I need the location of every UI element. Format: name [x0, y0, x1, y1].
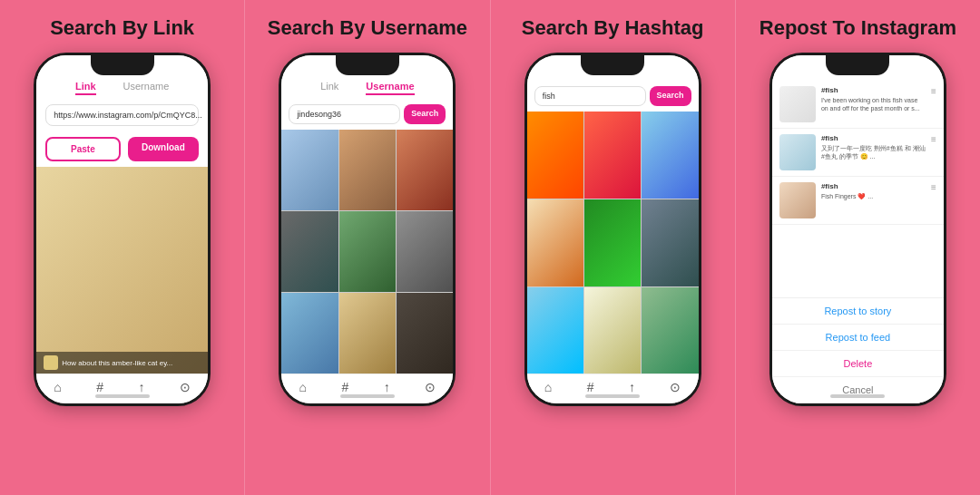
phone-bottom-bar-4 [830, 394, 885, 398]
nav-home-2[interactable]: ⌂ [299, 380, 307, 394]
panel-search-by-username: Search By Username Link Username jindeso… [244, 0, 489, 495]
phone-bottom-bar-3 [585, 394, 640, 398]
username-search-row: jindesong36 Search [281, 99, 453, 130]
repost-item-2: #fish 又到了一年一度吃 荆州#鱼糕 和 潮汕#鱼丸 的季节 😊 ... ≡ [772, 129, 944, 177]
tab-username-2[interactable]: Username [366, 81, 414, 95]
caption-avatar-1 [44, 355, 58, 370]
delete-btn[interactable]: Delete [772, 351, 944, 377]
bottom-nav-3: ⌂ # ↑ ⊙ [527, 374, 699, 403]
menu-icon-1[interactable]: ≡ [931, 86, 936, 96]
search-button-3[interactable]: Search [650, 86, 691, 106]
nav-hash-3[interactable]: # [587, 380, 594, 394]
panel-title-2: Search By Username [268, 16, 467, 40]
input-area-1: https://www.instagram.com/p/CmQYC8... [36, 99, 208, 131]
panel-search-by-hashtag: Search By Hashtag fish Search ⌂ # [490, 0, 735, 495]
nav-hash-2[interactable]: # [341, 380, 348, 394]
repost-caption-1: I've been working on this fish vase on a… [821, 96, 926, 112]
repost-username-2: #fish [821, 134, 926, 142]
repost-item-1: #fish I've been working on this fish vas… [772, 81, 944, 129]
photo-grid-3 [527, 112, 699, 374]
tab-link[interactable]: Link [75, 81, 96, 95]
cancel-btn[interactable]: Cancel [772, 377, 944, 403]
repost-caption-3: Fish Fingers ❤️ ... [821, 192, 926, 200]
hgrid-cell-3 [642, 112, 698, 199]
paste-button[interactable]: Paste [45, 137, 121, 161]
repost-header: Repost [772, 55, 944, 81]
panel-title-3: Search By Hashtag [522, 16, 704, 40]
nav-profile-2[interactable]: ⊙ [425, 380, 436, 394]
grid-cell-9 [397, 293, 453, 374]
tab-link-2[interactable]: Link [320, 81, 338, 95]
hgrid-cell-1 [527, 112, 583, 199]
hashtag-search-row: fish Search [527, 81, 699, 112]
hgrid-cell-5 [584, 199, 641, 286]
nav-home-3[interactable]: ⌂ [544, 380, 552, 394]
btn-row-1: Paste Download [36, 131, 208, 167]
panel-title-4: Repost To Instagram [760, 16, 956, 40]
panel-repost-instagram: Repost To Instagram Repost #fish I've be… [735, 0, 980, 495]
search-button-2[interactable]: Search [404, 104, 446, 124]
menu-icon-2[interactable]: ≡ [931, 134, 936, 144]
repost-to-feed-btn[interactable]: Repost to feed [772, 325, 944, 351]
grid-cell-3 [397, 130, 453, 210]
grid-cell-4 [281, 211, 338, 292]
repost-actions: Repost to story Repost to feed Delete Ca… [772, 297, 944, 403]
nav-tabs-1: Link Username [36, 55, 208, 99]
repost-username-1: #fish [821, 86, 926, 94]
nav-profile-1[interactable]: ⊙ [180, 380, 191, 394]
image-preview-1: How about this amber-like cat ey... [36, 167, 208, 374]
username-input[interactable]: jindesong36 [289, 104, 400, 124]
photo-grid-2 [281, 130, 453, 374]
hgrid-cell-8 [584, 287, 641, 374]
nav-hash-1[interactable]: # [96, 380, 103, 394]
grid-cell-2 [339, 130, 396, 210]
repost-thumb-2 [779, 134, 816, 170]
menu-icon-3[interactable]: ≡ [931, 182, 936, 192]
panel-title-1: Search By Link [50, 16, 194, 40]
repost-item-3: #fish Fish Fingers ❤️ ... ≡ [772, 177, 944, 225]
phone-bottom-bar-1 [95, 394, 150, 398]
nav-tabs-2: Link Username [281, 55, 453, 99]
phone-4: Repost #fish I've been working on this f… [769, 53, 946, 406]
grid-cell-1 [281, 130, 338, 210]
grid-cell-7 [281, 293, 338, 374]
nav-share-2[interactable]: ↑ [384, 380, 390, 394]
panel-search-by-link: Search By Link Link Username https://www… [0, 0, 244, 495]
phone-3: fish Search ⌂ # ↑ ⊙ [524, 53, 701, 406]
phone-bottom-bar-2 [340, 394, 395, 398]
repost-list: #fish I've been working on this fish vas… [772, 81, 944, 297]
bottom-nav-2: ⌂ # ↑ ⊙ [281, 374, 453, 403]
hgrid-cell-4 [527, 199, 583, 286]
repost-to-story-btn[interactable]: Repost to story [772, 298, 944, 325]
repost-thumb-3 [779, 182, 816, 218]
repost-text-3: #fish Fish Fingers ❤️ ... [821, 182, 926, 200]
repost-text-2: #fish 又到了一年一度吃 荆州#鱼糕 和 潮汕#鱼丸 的季节 😊 ... [821, 134, 926, 160]
grid-cell-8 [339, 293, 396, 374]
status-bar-3 [527, 55, 699, 81]
repost-username-3: #fish [821, 182, 926, 190]
repost-caption-2: 又到了一年一度吃 荆州#鱼糕 和 潮汕#鱼丸 的季节 😊 ... [821, 144, 926, 160]
hgrid-cell-7 [527, 287, 583, 374]
hashtag-input[interactable]: fish [534, 86, 646, 106]
hgrid-cell-2 [584, 112, 641, 199]
download-button[interactable]: Download [128, 137, 200, 161]
nav-share-1[interactable]: ↑ [138, 380, 144, 394]
repost-thumb-1 [779, 86, 816, 122]
grid-cell-5 [339, 211, 396, 292]
url-input[interactable]: https://www.instagram.com/p/CmQYC8... [45, 104, 199, 126]
nav-profile-3[interactable]: ⊙ [670, 380, 681, 394]
grid-cell-6 [397, 211, 453, 292]
nav-home-1[interactable]: ⌂ [54, 380, 61, 394]
tab-username-1[interactable]: Username [123, 81, 170, 95]
bottom-nav-1: ⌂ # ↑ ⊙ [36, 374, 208, 403]
repost-text-1: #fish I've been working on this fish vas… [821, 86, 926, 112]
caption-text-1: How about this amber-like cat ey... [62, 359, 172, 367]
nav-share-3[interactable]: ↑ [629, 380, 635, 394]
image-caption-1: How about this amber-like cat ey... [36, 352, 208, 374]
phone-2: Link Username jindesong36 Search ⌂ # [279, 53, 456, 406]
hgrid-cell-9 [642, 287, 698, 374]
phone-1: Link Username https://www.instagram.com/… [34, 53, 211, 406]
hgrid-cell-6 [642, 199, 698, 286]
